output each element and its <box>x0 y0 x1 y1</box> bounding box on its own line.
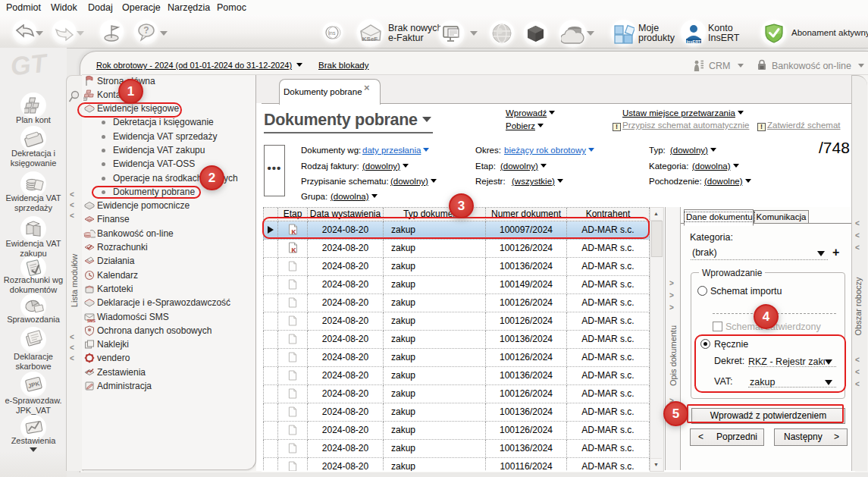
svg-text:K: K <box>291 228 296 236</box>
svg-text:KSeF: KSeF <box>362 36 378 42</box>
svg-text:ins: ins <box>329 30 336 36</box>
svg-text:K: K <box>291 246 296 254</box>
svg-text:SMS: SMS <box>87 319 96 323</box>
svg-text:InsERT: InsERT <box>687 39 702 44</box>
svg-text:?: ? <box>143 25 149 36</box>
